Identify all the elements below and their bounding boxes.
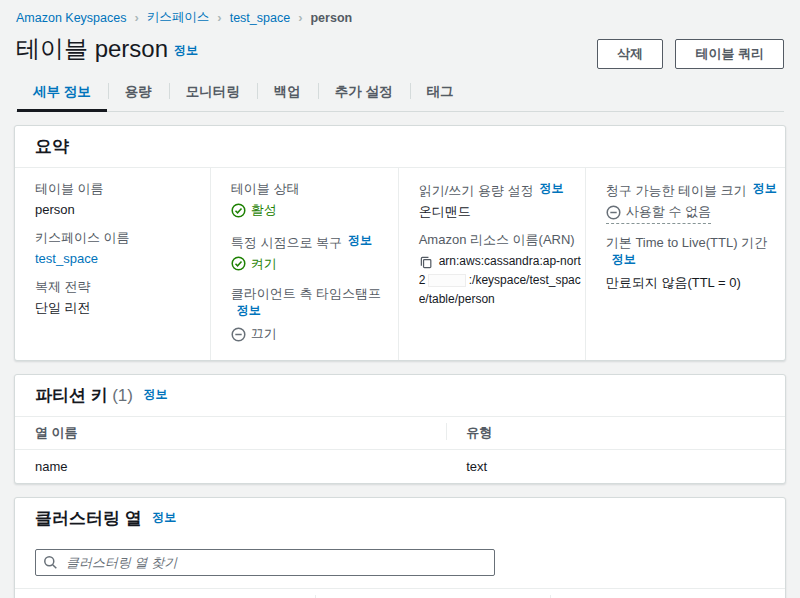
- timestamps-info-link[interactable]: 정보: [237, 303, 261, 317]
- tab-capacity[interactable]: 용량: [108, 77, 169, 111]
- capacity-info-link[interactable]: 정보: [540, 181, 564, 195]
- tab-additional-settings[interactable]: 추가 설정: [318, 77, 410, 111]
- page-title-name: person: [95, 35, 168, 62]
- partition-keys-title: 파티션 키: [35, 386, 108, 405]
- clustering-info-link[interactable]: 정보: [152, 510, 176, 524]
- ttl-info-link[interactable]: 정보: [612, 252, 636, 266]
- page-header: 테이블 person정보 삭제 테이블 쿼리: [0, 26, 800, 69]
- field-pitr: 특정 시점으로 복구정보 켜기: [231, 232, 390, 276]
- breadcrumb-link-test-space[interactable]: test_space: [230, 11, 290, 25]
- field-client-timestamps: 클라이언트 측 타임스탬프정보 끄기: [231, 285, 390, 346]
- breadcrumb: Amazon Keyspaces › 키스페이스 › test_space › …: [0, 0, 800, 26]
- check-circle-icon: [231, 203, 246, 218]
- breadcrumb-link-keyspaces[interactable]: 키스페이스: [147, 9, 210, 26]
- pitr-info-link[interactable]: 정보: [348, 233, 372, 247]
- breadcrumb-current-person: person: [310, 11, 352, 25]
- status-timestamps-off: 끄기: [231, 325, 277, 343]
- field-label: 특정 시점으로 복구: [231, 235, 342, 250]
- page-title: 테이블 person정보: [16, 34, 198, 65]
- keyspaces-table-detail-page: Amazon Keyspaces › 키스페이스 › test_space › …: [0, 0, 800, 598]
- partition-keys-header: 파티션 키 (1) 정보: [15, 375, 785, 417]
- field-label: 키스페이스 이름: [35, 229, 202, 246]
- page-title-prefix: 테이블: [16, 35, 95, 62]
- delete-button[interactable]: 삭제: [597, 39, 663, 69]
- field-label: 복제 전략: [35, 278, 202, 295]
- status-size-unavailable: 사용할 수 없음: [606, 203, 711, 224]
- tab-tags[interactable]: 태그: [410, 77, 471, 111]
- status-label: 끄기: [251, 325, 277, 343]
- table-row: name text: [15, 449, 785, 483]
- field-label: 테이블 이름: [35, 180, 202, 197]
- tooltip-trigger[interactable]: 사용할 수 없음: [606, 203, 711, 224]
- arn-line-1: arn:aws:cassandra:ap-northeast-: [439, 252, 581, 271]
- status-pitr-on: 켜기: [231, 255, 277, 273]
- breadcrumb-link-amazon-keyspaces[interactable]: Amazon Keyspaces: [16, 11, 126, 25]
- tab-monitoring[interactable]: 모니터링: [169, 77, 257, 111]
- summary-panel-header: 요약: [15, 126, 785, 168]
- summary-column-4: 청구 가능한 테이블 크기정보 사용할 수 없음 기본 Time to Live…: [585, 168, 785, 360]
- field-value: 만료되지 않음(TTL = 0): [606, 274, 777, 292]
- clustering-columns-panel: 클러스터링 열 정보 열 이름 유형 주문 테이블에 클러스터링 열이 없음: [14, 497, 786, 598]
- tab-details[interactable]: 세부 정보: [16, 77, 108, 111]
- summary-title: 요약: [35, 137, 69, 156]
- field-capacity-mode: 읽기/쓰기 용량 설정정보 온디맨드: [419, 180, 581, 221]
- field-replication-strategy: 복제 전략 단일 리전: [35, 278, 202, 317]
- field-value: 단일 리전: [35, 299, 202, 317]
- column-header-order: 주문: [550, 589, 785, 598]
- field-label: Amazon 리소스 이름(ARN): [419, 231, 581, 248]
- field-label: 테이블 상태: [231, 180, 390, 197]
- billable-size-info-link[interactable]: 정보: [753, 181, 777, 195]
- keyspace-link[interactable]: test_space: [35, 251, 98, 266]
- cell-column-name: name: [15, 450, 446, 483]
- field-default-ttl: 기본 Time to Live(TTL) 기간정보 만료되지 않음(TTL = …: [606, 234, 777, 292]
- arn-value: arn:aws:cassandra:ap-northeast- 2 :/keys…: [419, 252, 581, 309]
- chevron-right-icon: ›: [217, 10, 221, 25]
- partition-keys-panel: 파티션 키 (1) 정보 열 이름 유형 name text: [14, 374, 786, 484]
- field-label: 클라이언트 측 타임스탬프: [231, 286, 381, 301]
- tab-backup[interactable]: 백업: [257, 77, 318, 111]
- summary-grid: 테이블 이름 person 키스페이스 이름 test_space 복제 전략 …: [15, 168, 785, 360]
- chevron-right-icon: ›: [298, 10, 302, 25]
- clustering-header: 클러스터링 열 정보: [15, 498, 785, 539]
- field-table-status: 테이블 상태 활성: [231, 180, 390, 222]
- field-label: 기본 Time to Live(TTL) 기간: [606, 235, 767, 250]
- status-active: 활성: [231, 201, 277, 219]
- field-value: 온디맨드: [419, 203, 581, 221]
- field-value: person: [35, 201, 202, 219]
- summary-column-1: 테이블 이름 person 키스페이스 이름 test_space 복제 전략 …: [15, 168, 210, 360]
- summary-column-2: 테이블 상태 활성 특정 시점으로 복구정보 켜기 클라이언트 측 타임스탬프정…: [210, 168, 398, 360]
- partition-keys-info-link[interactable]: 정보: [143, 387, 167, 401]
- summary-panel: 요약 테이블 이름 person 키스페이스 이름 test_space 복제 …: [14, 125, 786, 361]
- copy-icon[interactable]: [419, 255, 433, 269]
- status-label: 켜기: [251, 255, 277, 273]
- header-actions: 삭제 테이블 쿼리: [589, 34, 784, 69]
- title-info-link[interactable]: 정보: [174, 43, 198, 57]
- clustering-search-input[interactable]: [35, 549, 495, 576]
- summary-column-3: 읽기/쓰기 용량 설정정보 온디맨드 Amazon 리소스 이름(ARN) ar…: [398, 168, 585, 360]
- column-header-type: 유형: [315, 589, 550, 598]
- field-keyspace-name: 키스페이스 이름 test_space: [35, 229, 202, 268]
- query-table-button[interactable]: 테이블 쿼리: [675, 39, 784, 69]
- partition-keys-count: (1): [112, 386, 133, 405]
- clustering-table-header: 열 이름 유형 주문: [15, 588, 785, 598]
- column-header-name: 열 이름: [15, 589, 315, 598]
- tab-bar: 세부 정보 용량 모니터링 백업 추가 설정 태그: [16, 77, 784, 112]
- status-label: 사용할 수 없음: [626, 203, 711, 221]
- cell-column-type: text: [446, 450, 785, 483]
- field-label: 청구 가능한 테이블 크기: [606, 183, 747, 198]
- status-label: 활성: [251, 201, 277, 219]
- chevron-right-icon: ›: [134, 10, 138, 25]
- arn-line-3: e/table/person: [419, 290, 495, 309]
- arn-line-2-prefix: 2: [419, 271, 426, 290]
- partition-table-header: 열 이름 유형: [15, 417, 785, 449]
- check-circle-icon: [231, 256, 246, 271]
- minus-circle-icon: [606, 205, 621, 220]
- minus-circle-icon: [231, 327, 246, 342]
- column-header-name: 열 이름: [15, 417, 446, 449]
- clustering-search-row: [15, 539, 785, 588]
- redaction-box: [428, 274, 465, 287]
- column-header-type: 유형: [446, 417, 785, 449]
- field-table-name: 테이블 이름 person: [35, 180, 202, 219]
- clustering-title: 클러스터링 열: [35, 509, 142, 528]
- field-billable-size: 청구 가능한 테이블 크기정보 사용할 수 없음: [606, 180, 777, 224]
